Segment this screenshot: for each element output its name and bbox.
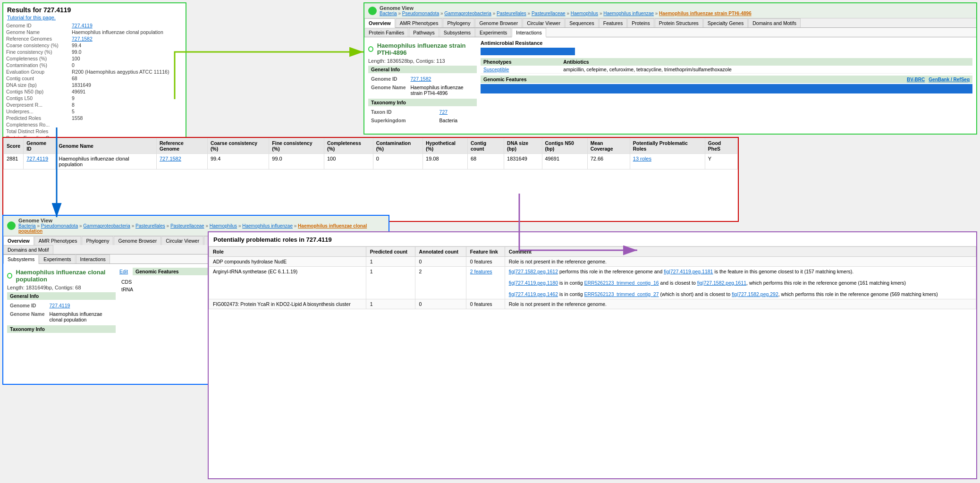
results-field-label: DNA size (bp) [3, 82, 69, 88]
main-table-header: Coarse consistency (%) [207, 138, 269, 154]
prob-predicted-count: 1 [366, 267, 415, 299]
bc-gamma[interactable]: Gammaproteobacteria [444, 11, 491, 16]
results-field-value [69, 121, 186, 128]
results-field-value: 5 [69, 108, 186, 115]
bc-past-bot[interactable]: Pasteurellales [135, 223, 165, 229]
bc-haemophilus[interactable]: Haemophilus [571, 11, 598, 16]
taxon-id-value[interactable]: 727 [439, 109, 448, 115]
bc-pasteur[interactable]: Pasteurellales [497, 11, 526, 16]
tab-genome-browser-bot[interactable]: Genome Browser [114, 236, 161, 245]
tab-amr-top[interactable]: AMR Phenotypes [396, 18, 443, 27]
bc-haemo-bot[interactable]: Haemophilus [210, 223, 237, 229]
results-field-label: Reference Genomes [3, 35, 69, 42]
bc-h-influenzae[interactable]: Haemophilus influenzae [603, 11, 654, 16]
table-cell: 72.66 [587, 154, 630, 169]
table-cell[interactable]: 727.4119 [24, 154, 56, 169]
tab-circular-viewer-top[interactable]: Circular Viewer [523, 18, 565, 27]
main-table-header: Contig count [467, 138, 504, 154]
results-field-value: 0 [69, 62, 186, 68]
results-field-value: 99.4 [69, 42, 186, 49]
subtab-experiments-bot[interactable]: Experiments [39, 254, 75, 263]
genome-name-label-top: Genome Name [369, 84, 408, 97]
subtab-protein-families-top[interactable]: Protein Families [364, 28, 408, 37]
gv-top-title: Genome View [380, 5, 752, 11]
table-cell: 0 [373, 154, 422, 169]
tab-domains-motifs-bot[interactable]: Domains and Motif [3, 245, 53, 254]
main-table-header: Genome ID [24, 138, 56, 154]
results-field-value[interactable]: 727.4119 [69, 22, 186, 29]
tab-overview-bot[interactable]: Overview [3, 236, 34, 246]
bc-bacteria-bot[interactable]: Bacteria [18, 223, 36, 229]
tab-genome-browser-top[interactable]: Genome Browser [475, 18, 522, 27]
tab-phylogeny-top[interactable]: Phylogeny [443, 18, 474, 27]
genome-id-value-top[interactable]: 727.1582 [411, 76, 431, 82]
results-field-value[interactable]: 727.1582 [69, 35, 186, 42]
genbank-label[interactable]: GenBank / RefSeq [929, 77, 970, 82]
main-table-header: Fine consistency (%) [269, 138, 324, 154]
amr-header: Antimicrobial Resistance [481, 40, 972, 46]
prob-col-header: Comment [505, 247, 976, 257]
genome-id-value-bot[interactable]: 727.4119 [50, 303, 70, 308]
table-cell[interactable]: 13 roles [630, 154, 705, 169]
table-cell[interactable]: 727.1582 [156, 154, 207, 169]
bc-pseudomonadota[interactable]: Pseudomonadota [402, 11, 439, 16]
general-info-table-top: Genome ID 727.1582 Genome Name Haemophil… [368, 74, 477, 98]
susceptible-label[interactable]: Susceptible [483, 67, 509, 72]
subtab-pathways-top[interactable]: Pathways [409, 28, 439, 37]
results-field-value: R200 (Haemophilus aegyptius ATCC 11116) [69, 68, 186, 75]
results-field-value: 100 [69, 55, 186, 62]
tab-sequences-top[interactable]: Sequences [565, 18, 599, 27]
results-field-value: 99.0 [69, 49, 186, 55]
bc-strain-current[interactable]: Haemophilus influenzae strain PTHi-4896 [659, 11, 752, 16]
genome-view-top-panel: Genome View Bacteria » Pseudomonadota » … [363, 2, 977, 135]
results-field-label: Completeness Ro... [3, 121, 69, 128]
bc-pasteuraceae[interactable]: Pasteurellaceae [532, 11, 566, 16]
bc-bacteria[interactable]: Bacteria [380, 11, 397, 16]
table-cell: 2881 [4, 154, 24, 169]
tab-amr-bot[interactable]: AMR Phenotypes [34, 236, 82, 245]
superkingdom-label: Superkingdom [369, 117, 437, 124]
subtab-experiments-top[interactable]: Experiments [475, 28, 511, 37]
tab-overview-top[interactable]: Overview [364, 18, 395, 28]
genome-name-label-bot: Genome Name [8, 310, 47, 323]
features-bar-top [481, 84, 972, 93]
subtab-subsystems-top[interactable]: Subsystems [439, 28, 475, 37]
bc-gamma-bot[interactable]: Gammaproteobacteria [83, 223, 130, 229]
tab-circular-viewer-bot[interactable]: Circular Viewer [161, 236, 203, 245]
tab-features-top[interactable]: Features [599, 18, 627, 27]
taxonomy-table-top: Taxon ID 727 Superkingdom Bacteria [368, 107, 477, 125]
results-title: Results for 727.4119 [3, 3, 186, 15]
prob-col-header: Role [209, 247, 366, 257]
bc-pastaceae-bot[interactable]: Pasteurellaceae [170, 223, 204, 229]
bc-pseudo-bot[interactable]: Pseudomonadota [41, 223, 78, 229]
table-cell: Y [705, 154, 737, 169]
tab-specialty-genes-top[interactable]: Specialty Genes [703, 18, 748, 27]
problematic-title: Potentially problematic roles in 727.411… [209, 232, 976, 246]
gv-top-content: Haemophilus influenzae strain PTHi-4896 … [364, 37, 976, 128]
tab-domains-motifs-top[interactable]: Domains and Motifs [748, 18, 801, 27]
tab-phylogeny-bot[interactable]: Phylogeny [82, 236, 113, 245]
bv-brc-label[interactable]: BV-BRC [907, 77, 925, 82]
tab-proteins-top[interactable]: Proteins [627, 18, 654, 27]
tab-protein-structures-top[interactable]: Protein Structures [655, 18, 703, 27]
subtab-subsystems-bot[interactable]: Subsystems [3, 254, 39, 264]
prob-feature-link[interactable]: 2 features [466, 267, 505, 299]
main-table-panel: ScoreGenome IDGenome NameReference Genom… [2, 137, 739, 222]
genome-status-icon-bot [7, 273, 12, 279]
table-row: ADP compounds hydrolase NudE100 features… [209, 257, 976, 267]
subtab-interactions-bot[interactable]: Interactions [76, 254, 110, 263]
table-cell: 49691 [542, 154, 587, 169]
subtab-interactions-top[interactable]: Interactions [512, 28, 546, 37]
edit-link[interactable]: Edit [119, 269, 128, 274]
phenotypes-table: Phenotypes Antibiotics Susceptible ampic… [481, 58, 972, 74]
gv-top-breadcrumb: Bacteria » Pseudomonadota » Gammaproteob… [380, 11, 752, 16]
main-data-table: ScoreGenome IDGenome NameReference Genom… [3, 138, 738, 169]
tutorial-link[interactable]: Tutorial for this page. [3, 15, 186, 22]
bc-h-inf-bot[interactable]: Haemophilus influenzae [242, 223, 293, 229]
gv-top-header: Genome View Bacteria » Pseudomonadota » … [364, 3, 976, 18]
main-table-header: Contamination (%) [373, 138, 422, 154]
table-cell: 99.0 [269, 154, 324, 169]
table-cell: Haemophilus influenzae clonal population [56, 154, 157, 169]
gv-top-logo [368, 7, 377, 15]
results-field-value: 1831649 [69, 82, 186, 88]
